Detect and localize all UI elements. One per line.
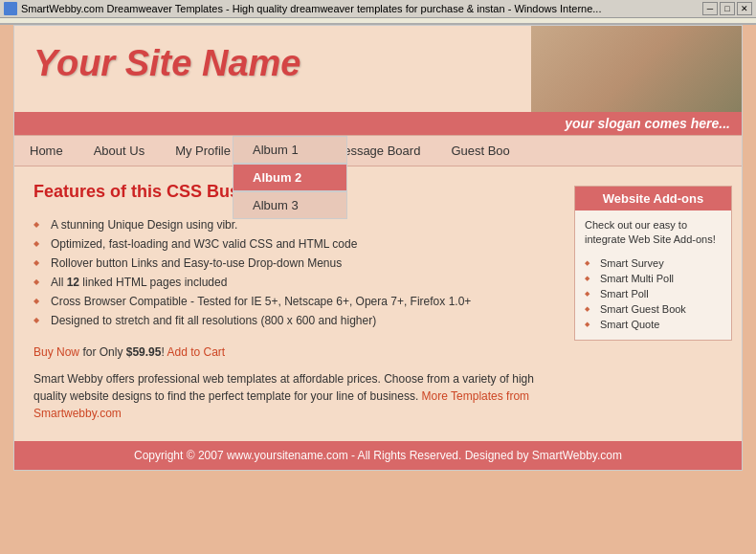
add-to-cart-link[interactable]: Add to Cart bbox=[167, 345, 225, 359]
price-text: $59.95 bbox=[126, 345, 162, 359]
list-item: Designed to stretch and fit all resoluti… bbox=[33, 311, 545, 330]
albums-dropdown: Album 1 Album 2 Album 3 bbox=[233, 136, 347, 219]
site-header: Your Site Name bbox=[14, 26, 742, 112]
list-item: Cross Browser Compatible - Tested for IE… bbox=[33, 292, 545, 311]
content-right: Website Add-ons Check out our easy to in… bbox=[565, 166, 742, 441]
list-item: Smart Quote bbox=[585, 317, 722, 332]
list-item: Smart Survey bbox=[585, 255, 722, 271]
addons-header: Website Add-ons bbox=[575, 187, 731, 211]
nav-about[interactable]: About Us bbox=[78, 136, 160, 166]
nav-guest-book[interactable]: Guest Boo bbox=[435, 136, 524, 166]
close-button[interactable]: ✕ bbox=[737, 2, 752, 15]
nav-home[interactable]: Home bbox=[14, 136, 78, 166]
browser-chrome bbox=[0, 18, 756, 25]
addons-list: Smart Survey Smart Multi Poll Smart Poll… bbox=[585, 255, 722, 332]
footer-text: Copyright © 2007 www.yoursitename.com - … bbox=[134, 449, 622, 462]
addons-box: Website Add-ons Check out our easy to in… bbox=[574, 186, 732, 341]
header-background bbox=[531, 26, 742, 112]
smart-quote-link[interactable]: Smart Quote bbox=[600, 319, 659, 330]
smart-poll-link[interactable]: Smart Poll bbox=[600, 288, 649, 299]
browser-icon bbox=[4, 2, 17, 15]
highlight-number: 12 bbox=[67, 276, 79, 289]
description-text: Smart Webby offers professional web temp… bbox=[33, 370, 545, 422]
window-title: SmartWebby.com Dreamweaver Templates - H… bbox=[21, 3, 601, 14]
minimize-button[interactable]: ─ bbox=[702, 2, 718, 15]
smart-multi-poll-link[interactable]: Smart Multi Poll bbox=[600, 273, 674, 284]
smart-survey-link[interactable]: Smart Survey bbox=[600, 257, 664, 269]
dropdown-album2[interactable]: Album 2 bbox=[233, 164, 347, 191]
bottom-area bbox=[0, 471, 756, 547]
list-item: All 12 linked HTML pages included bbox=[33, 273, 545, 292]
site-wrapper: Your Site Name your slogan comes here...… bbox=[13, 25, 743, 471]
addons-body: Check out our easy to integrate Web Site… bbox=[575, 211, 731, 340]
site-title: Your Site Name bbox=[33, 43, 300, 84]
slogan-bar: your slogan comes here... bbox=[14, 112, 742, 135]
addons-intro: Check out our easy to integrate Web Site… bbox=[585, 218, 722, 248]
navigation: Home About Us My Profile Albums Message … bbox=[14, 135, 742, 166]
site-footer: Copyright © 2007 www.yoursitename.com - … bbox=[14, 441, 742, 470]
list-item: Smart Multi Poll bbox=[585, 271, 722, 286]
title-bar: SmartWebby.com Dreamweaver Templates - H… bbox=[0, 0, 756, 18]
list-item: Smart Guest Book bbox=[585, 301, 722, 317]
list-item: Optimized, fast-loading and W3C valid CS… bbox=[33, 234, 545, 254]
list-item: A stunning Unique Design using vibr. bbox=[33, 215, 545, 234]
slogan-text: your slogan comes here... bbox=[565, 116, 730, 131]
feature-list: A stunning Unique Design using vibr. Opt… bbox=[33, 215, 545, 330]
list-item: Smart Poll bbox=[585, 286, 722, 301]
header-image bbox=[531, 26, 742, 112]
smart-guest-book-link[interactable]: Smart Guest Book bbox=[600, 303, 686, 315]
dropdown-album1[interactable]: Album 1 bbox=[233, 136, 347, 164]
list-item: Rollover button Links and Easy-to-use Dr… bbox=[33, 254, 545, 273]
maximize-button[interactable]: □ bbox=[720, 2, 735, 15]
buy-now-text: for Only bbox=[82, 345, 125, 359]
main-content: Features of this CSS Busines A stunning … bbox=[14, 166, 742, 441]
title-bar-left: SmartWebby.com Dreamweaver Templates - H… bbox=[4, 2, 601, 15]
window-controls[interactable]: ─ □ ✕ bbox=[702, 2, 752, 15]
buy-now-link[interactable]: Buy Now bbox=[33, 345, 79, 359]
buy-now-section: Buy Now for Only $59.95! Add to Cart bbox=[33, 345, 545, 359]
